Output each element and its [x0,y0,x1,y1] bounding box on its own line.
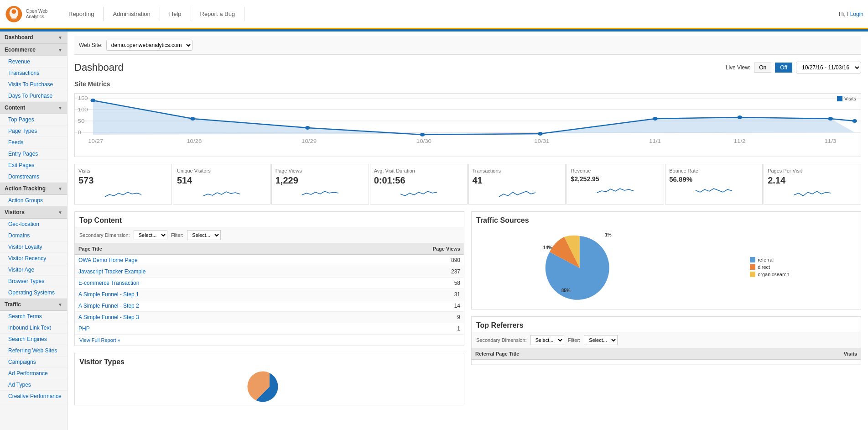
table-row: A Simple Funnel - Step 1 31 [75,289,464,300]
legend-referral-color [750,257,755,262]
metric-value-0: 573 [78,175,168,186]
sidebar-item-search-terms[interactable]: Search Terms [0,311,67,322]
sidebar-item-feeds[interactable]: Feeds [0,137,67,148]
live-view-label: Live View: [726,64,750,71]
sidebar-item-days-to-purchase[interactable]: Days To Purchase [0,90,67,102]
legend-direct-color [750,264,755,270]
sidebar-item-visitor-loyalty[interactable]: Visitor Loyalty [0,241,67,253]
sidebar-section-ecommerce[interactable]: Ecommerce ▼ [0,44,67,56]
top-content-filter-row: Secondary Dimension: Select... Filter: S… [75,227,464,243]
sidebar-item-top-pages[interactable]: Top Pages [0,114,67,126]
sidebar-section-content[interactable]: Content ▼ [0,102,67,114]
login-link[interactable]: Login [850,11,863,17]
legend-direct-label: direct [758,264,770,270]
page-title-row: Dashboard Live View: On Off 10/27/16 - 1… [74,62,861,73]
metric-card-unique-visitors: Unique Visitors 514 [173,164,270,205]
header-user-area: Hi, I Login [839,11,863,17]
sidebar-item-campaigns[interactable]: Campaigns [0,357,67,368]
sidebar-item-exit-pages[interactable]: Exit Pages [0,160,67,171]
sidebar-item-page-types[interactable]: Page Types [0,126,67,137]
sidebar-item-domstreams[interactable]: Domstreams [0,171,67,183]
metric-label-5: Revenue [571,168,660,173]
nav-administration[interactable]: Administration [104,7,160,21]
site-selector-label: Web Site: [79,42,103,48]
sidebar-item-action-groups[interactable]: Action Groups [0,195,67,206]
svg-point-14 [190,117,195,121]
metric-cards: Visits 573 Unique Visitors 514 Page View… [74,164,861,205]
sidebar-arrow-dashboard: ▼ [58,35,62,40]
sidebar-item-inbound-link-text[interactable]: Inbound Link Text [0,322,67,334]
col-visits: Visits [749,348,861,360]
sidebar-item-visitor-age[interactable]: Visitor Age [0,264,67,276]
metric-label-4: Transactions [473,168,562,173]
table-row: Javascript Tracker Example 237 [75,266,464,278]
main-nav: Reporting Administration Help Report a B… [59,7,839,21]
top-referrers-table: Referral Page Title Visits [472,348,861,365]
legend-organic-label: organicsearch [758,272,789,277]
nav-report-bug[interactable]: Report a Bug [191,7,245,21]
table-row: OWA Demo Home Page 890 [75,255,464,266]
sparkline-pages-per-visit [768,188,857,199]
left-column: Top Content Secondary Dimension: Select.… [74,211,464,412]
sidebar-item-search-engines[interactable]: Search Engines [0,334,67,345]
legend-organicsearch: organicsearch [750,272,789,277]
sidebar-item-geo-location[interactable]: Geo-location [0,219,67,230]
sidebar-item-referring-web-sites[interactable]: Referring Web Sites [0,345,67,357]
sidebar-item-entry-pages[interactable]: Entry Pages [0,148,67,160]
sidebar-item-transactions[interactable]: Transactions [0,68,67,79]
metric-label-2: Page Views [275,168,365,173]
nav-help[interactable]: Help [160,7,191,21]
live-view-off-button[interactable]: Off [775,63,792,73]
sidebar-item-ad-performance[interactable]: Ad Performance [0,368,67,379]
sidebar-item-visitor-recency[interactable]: Visitor Recency [0,253,67,264]
visitor-types-chart [75,368,464,405]
svg-point-21 [852,119,857,123]
chart-legend: Visits [837,96,856,101]
sidebar-section-action-tracking[interactable]: Action Tracking ▼ [0,183,67,195]
col-page-views: Page Views [340,243,464,255]
metric-label-7: Pages Per Visit [768,168,857,173]
svg-text:11/2: 11/2 [734,139,746,144]
svg-point-20 [828,117,833,121]
nav-reporting[interactable]: Reporting [59,7,104,21]
sparkline-unique-visitors [177,188,266,199]
svg-text:10/28: 10/28 [187,139,202,144]
pie-label-organic: 1% [605,232,611,237]
site-metrics-title: Site Metrics [74,80,861,89]
sidebar-item-operating-systems[interactable]: Operating Systems [0,287,67,299]
traffic-sources-chart: 1% 14% 85% referral direct [472,227,861,309]
filter-select[interactable]: Select... [187,230,221,240]
svg-text:10/30: 10/30 [416,139,432,144]
sidebar-item-creative-performance[interactable]: Creative Performance [0,391,67,402]
metric-value-5: $2,252.95 [571,175,660,183]
secondary-dimension-select[interactable]: Select... [134,230,167,240]
sidebar-arrow-ecommerce: ▼ [58,47,62,52]
sparkline-avg-duration [374,188,463,199]
secondary-dimension-label: Secondary Dimension: [79,232,130,238]
table-row: E-commerce Transaction 58 [75,278,464,289]
view-full-report-link[interactable]: View Full Report » [75,335,464,346]
sidebar-item-revenue[interactable]: Revenue [0,56,67,68]
referrers-filter-select[interactable]: Select... [584,335,618,345]
legend-referral-label: referral [758,257,774,262]
legend-visits-label: Visits [844,96,856,101]
sidebar-item-browser-types[interactable]: Browser Types [0,276,67,287]
pie-label-direct: 14% [543,245,552,250]
sparkline-page-views [275,188,365,199]
top-content-title: Top Content [75,212,464,227]
sparkline-transactions [473,188,562,199]
table-row: PHP 1 [75,323,464,335]
user-greeting: Hi, I [839,11,848,17]
sidebar-item-domains[interactable]: Domains [0,230,67,241]
sidebar-section-visitors[interactable]: Visitors ▼ [0,206,67,219]
live-view-on-button[interactable]: On [754,63,771,73]
live-view-area: Live View: On Off 10/27/16 - 11/03/16 [726,62,861,73]
sidebar-section-traffic[interactable]: Traffic ▼ [0,299,67,311]
svg-text:150: 150 [78,96,88,101]
referrers-secondary-dimension-select[interactable]: Select... [530,335,564,345]
sidebar-item-ad-types[interactable]: Ad Types [0,379,67,391]
site-selector-dropdown[interactable]: demo.openwebanalytics.com [106,40,192,51]
sidebar-item-visits-to-purchase[interactable]: Visits To Purchase [0,79,67,90]
sidebar-section-dashboard[interactable]: Dashboard ▼ [0,31,67,44]
date-range-selector[interactable]: 10/27/16 - 11/03/16 [796,62,861,73]
